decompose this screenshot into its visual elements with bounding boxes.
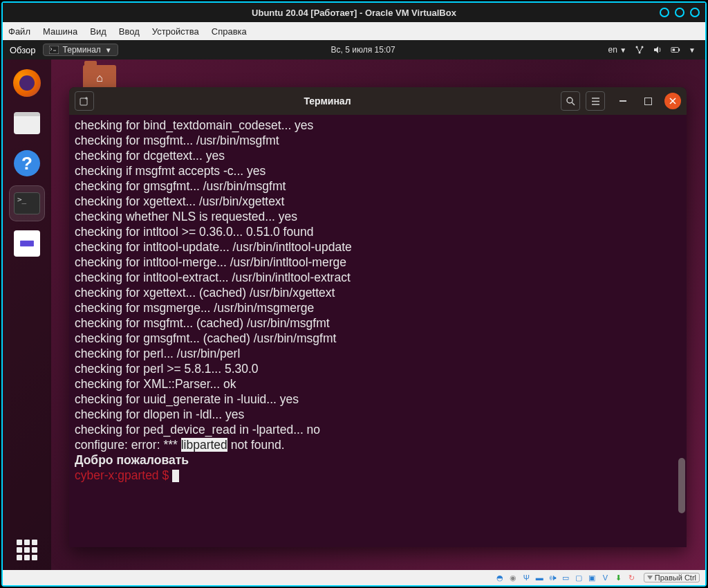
terminal-output-line: checking for gmsgfmt... /usr/bin/msgfmt bbox=[75, 178, 681, 194]
terminal-headerbar[interactable]: Терминал bbox=[69, 87, 687, 115]
optical-drive-icon[interactable]: ◉ bbox=[508, 573, 519, 583]
terminal-output-line: checking for perl >= 5.8.1... 5.30.0 bbox=[75, 361, 681, 376]
show-applications-button[interactable] bbox=[17, 540, 37, 560]
terminal-icon bbox=[49, 46, 59, 54]
host-key-indicator[interactable]: Правый Ctrl bbox=[644, 573, 700, 582]
terminal-output-line: checking for uuid_generate in -luuid... … bbox=[75, 392, 681, 407]
scrollbar-thumb[interactable] bbox=[678, 458, 685, 513]
new-tab-button[interactable] bbox=[75, 91, 94, 111]
firefox-icon bbox=[13, 69, 41, 97]
terminal-output-line: checking for msgfmt... (cached) /usr/bin… bbox=[75, 315, 681, 331]
dock-files[interactable] bbox=[9, 105, 45, 141]
shared-folder-icon[interactable]: ▬ bbox=[534, 573, 545, 583]
volume-icon bbox=[653, 45, 662, 55]
text-editor-icon bbox=[14, 230, 40, 257]
menu-view[interactable]: Вид bbox=[90, 26, 106, 37]
app-menu-dropdown[interactable]: Терминал ▼ bbox=[43, 44, 118, 56]
display-icon[interactable]: ▢ bbox=[574, 573, 584, 583]
dock-text-editor[interactable] bbox=[9, 226, 45, 261]
menu-help[interactable]: Справка bbox=[212, 26, 247, 37]
guest-screen: Обзор Терминал ▼ Вс, 5 июля 15:07 en ▼ ▼ bbox=[3, 40, 705, 570]
terminal-output-line: checking for gmsgfmt... (cached) /usr/bi… bbox=[75, 331, 681, 346]
terminal-output-line: checking for dlopen in -ldl... yes bbox=[75, 407, 681, 422]
chevron-down-icon: ▼ bbox=[689, 46, 696, 54]
terminal-output-line: checking for intltool-extract... /usr/bi… bbox=[75, 270, 681, 285]
gnome-top-bar: Обзор Терминал ▼ Вс, 5 июля 15:07 en ▼ ▼ bbox=[3, 40, 705, 59]
minimize-button[interactable] bbox=[615, 93, 631, 109]
terminal-output-line: checking for ped_device_read in -lparted… bbox=[75, 422, 681, 437]
search-icon bbox=[566, 96, 576, 107]
new-tab-icon bbox=[79, 95, 90, 107]
search-button[interactable] bbox=[561, 91, 580, 111]
vbox-close-icon[interactable] bbox=[690, 8, 700, 17]
terminal-content[interactable]: checking for bind_textdomain_codeset... … bbox=[69, 115, 687, 547]
cpu-icon[interactable]: V bbox=[600, 573, 611, 583]
virtualbox-window: Ubuntu 20.04 [Работает] - Oracle VM Virt… bbox=[1, 1, 707, 587]
hamburger-icon bbox=[590, 96, 601, 107]
menu-machine[interactable]: Машина bbox=[43, 26, 77, 37]
terminal-output-line: checking whether NLS is requested... yes bbox=[75, 209, 681, 224]
chevron-down-icon: ▼ bbox=[105, 46, 112, 54]
terminal-output-line: checking for xgettext... (cached) /usr/b… bbox=[75, 285, 681, 300]
dock-help[interactable]: ? bbox=[9, 145, 45, 181]
svg-rect-0 bbox=[49, 46, 59, 54]
welcome-text: Добро пожаловать bbox=[75, 452, 681, 468]
svg-rect-5 bbox=[678, 48, 680, 51]
terminal-error-line: configure: error: *** libparted not foun… bbox=[75, 437, 681, 452]
terminal-output-line: checking if msgfmt accepts -c... yes bbox=[75, 163, 681, 178]
menu-input[interactable]: Ввод bbox=[119, 26, 140, 37]
shell-prompt: cyber-x:gparted $ bbox=[75, 468, 681, 483]
terminal-output-line: checking for intltool-merge... /usr/bin/… bbox=[75, 255, 681, 270]
maximize-button[interactable] bbox=[640, 93, 656, 109]
system-tray[interactable]: en ▼ ▼ bbox=[608, 45, 705, 55]
terminal-output-line: checking for dcgettext... yes bbox=[75, 148, 681, 163]
activities-button[interactable]: Обзор bbox=[10, 45, 36, 55]
close-icon bbox=[669, 97, 677, 105]
language-indicator[interactable]: en ▼ bbox=[608, 45, 626, 55]
audio-icon[interactable]: 🕪 bbox=[548, 573, 558, 583]
cursor bbox=[172, 470, 179, 482]
virtualbox-titlebar[interactable]: Ubuntu 20.04 [Работает] - Oracle VM Virt… bbox=[3, 3, 705, 22]
terminal-output-line: checking for xgettext... /usr/bin/xgette… bbox=[75, 194, 681, 209]
clock[interactable]: Вс, 5 июля 15:07 bbox=[118, 45, 608, 55]
terminal-output-line: checking for msgfmt... /usr/bin/msgfmt bbox=[75, 133, 681, 148]
error-highlight: libparted bbox=[181, 438, 227, 452]
dock-terminal[interactable] bbox=[9, 185, 45, 221]
help-icon: ? bbox=[14, 150, 40, 176]
network-adapter-icon[interactable]: ▭ bbox=[561, 573, 571, 583]
svg-point-8 bbox=[567, 98, 572, 103]
battery-icon bbox=[671, 45, 680, 55]
terminal-output-line: checking for perl... /usr/bin/perl bbox=[75, 346, 681, 361]
menu-devices[interactable]: Устройства bbox=[152, 26, 199, 37]
terminal-output-line: checking for XML::Parser... ok bbox=[75, 376, 681, 392]
dock-firefox[interactable] bbox=[9, 65, 45, 101]
terminal-output-line: checking for msgmerge... /usr/bin/msgmer… bbox=[75, 300, 681, 315]
dock: ? bbox=[3, 59, 51, 570]
network-icon bbox=[635, 45, 644, 55]
files-icon bbox=[14, 112, 40, 134]
terminal-window: Терминал checking for bind_textdomain_co… bbox=[69, 87, 687, 547]
virtualbox-menubar: Файл Машина Вид Ввод Устройства Справка bbox=[3, 22, 705, 40]
mouse-integration-icon[interactable]: ⬇ bbox=[613, 573, 624, 583]
terminal-output-line: checking for intltool-update... /usr/bin… bbox=[75, 239, 681, 255]
seamless-icon[interactable]: ↻ bbox=[626, 573, 637, 583]
virtualbox-title-text: Ubuntu 20.04 [Работает] - Oracle VM Virt… bbox=[252, 8, 456, 18]
terminal-output-line: checking for bind_textdomain_codeset... … bbox=[75, 118, 681, 133]
close-button[interactable] bbox=[664, 93, 681, 109]
terminal-output-line: checking for intltool >= 0.36.0... 0.51.… bbox=[75, 224, 681, 239]
menu-file[interactable]: Файл bbox=[8, 26, 30, 37]
vbox-max-icon[interactable] bbox=[675, 8, 684, 17]
usb-icon[interactable]: Ψ bbox=[521, 573, 532, 583]
hamburger-menu-button[interactable] bbox=[586, 91, 605, 111]
hdd-activity-icon[interactable]: ◓ bbox=[495, 573, 505, 583]
vbox-min-icon[interactable] bbox=[660, 8, 669, 17]
terminal-icon bbox=[14, 192, 40, 214]
svg-rect-6 bbox=[673, 48, 676, 51]
virtualbox-statusbar: ◓ ◉ Ψ ▬ 🕪 ▭ ▢ ▣ V ⬇ ↻ Правый Ctrl bbox=[3, 570, 705, 585]
app-menu-label: Терминал bbox=[63, 45, 101, 55]
recording-icon[interactable]: ▣ bbox=[587, 573, 597, 583]
terminal-title: Терминал bbox=[100, 95, 555, 107]
